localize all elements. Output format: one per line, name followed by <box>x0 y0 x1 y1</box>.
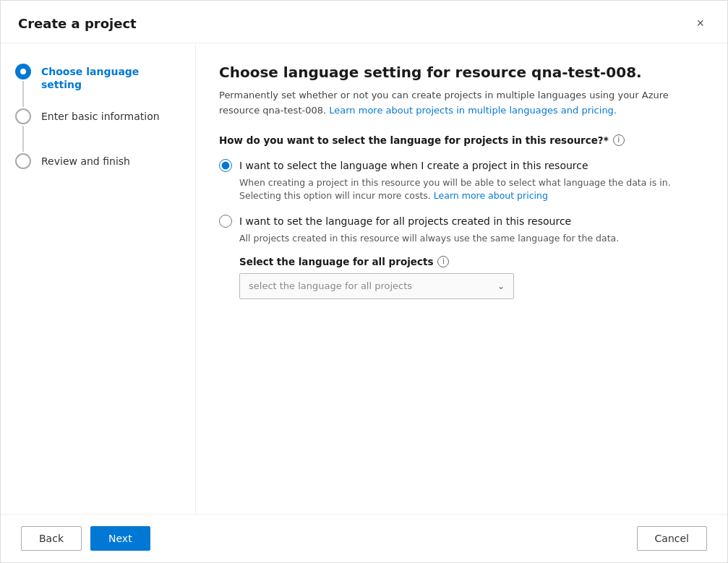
sub-section-language: Select the language for all projects i s… <box>239 256 704 299</box>
cancel-button[interactable]: Cancel <box>637 526 707 551</box>
question-label: How do you want to select the language f… <box>219 134 704 146</box>
step-label-review-finish: Review and finish <box>41 153 130 168</box>
language-dropdown[interactable]: select the language for all projects ⌄ <box>239 273 514 299</box>
chevron-down-icon: ⌄ <box>497 281 505 291</box>
next-button[interactable]: Next <box>90 526 150 551</box>
step-label-enter-basic: Enter basic information <box>41 108 160 123</box>
radio-row-2: I want to set the language for all proje… <box>219 215 704 228</box>
step-connector-2 <box>15 108 31 153</box>
step-line-2 <box>22 126 24 152</box>
step-connector-1 <box>15 64 31 108</box>
radio-label-2[interactable]: I want to set the language for all proje… <box>239 215 571 227</box>
step-label-choose-language: Choose language setting <box>41 64 181 91</box>
step-circle-3 <box>15 153 31 169</box>
back-button[interactable]: Back <box>21 526 82 551</box>
step-circle-1 <box>15 64 31 79</box>
learn-more-link-pricing[interactable]: Learn more about projects in multiple la… <box>329 105 617 116</box>
radio-group: I want to select the language when I cre… <box>219 159 704 311</box>
dialog-title: Create a project <box>18 16 137 31</box>
radio-option-2: I want to set the language for all proje… <box>219 215 704 299</box>
sub-section-label: Select the language for all projects i <box>239 256 704 267</box>
learn-more-pricing-link[interactable]: Learn more about pricing <box>434 190 548 201</box>
create-project-dialog: Create a project × Choose language setti… <box>0 0 728 563</box>
radio-label-1[interactable]: I want to select the language when I cre… <box>239 160 588 171</box>
question-info-icon: i <box>613 134 625 146</box>
sidebar: Choose language setting Enter basic info… <box>1 43 196 514</box>
dropdown-placeholder: select the language for all projects <box>249 280 412 291</box>
sub-section-info-icon: i <box>437 256 449 267</box>
radio-input-2[interactable] <box>219 215 232 228</box>
step-item-review-finish: Review and finish <box>15 153 181 169</box>
step-item-enter-basic: Enter basic information <box>15 108 181 153</box>
step-item-choose-language: Choose language setting <box>15 64 181 108</box>
radio-input-1[interactable] <box>219 159 232 172</box>
radio-option-1: I want to select the language when I cre… <box>219 159 704 204</box>
step-circle-2 <box>15 108 31 124</box>
close-button[interactable]: × <box>690 14 710 33</box>
section-title: Choose language setting for resource qna… <box>219 64 704 81</box>
radio-desc-1: When creating a project in this resource… <box>239 176 704 204</box>
footer-left-buttons: Back Next <box>21 526 150 551</box>
radio-row-1: I want to select the language when I cre… <box>219 159 704 172</box>
dialog-body: Choose language setting Enter basic info… <box>1 43 727 515</box>
dialog-footer: Back Next Cancel <box>1 515 727 562</box>
section-desc: Permanently set whether or not you can c… <box>219 88 704 119</box>
dialog-header: Create a project × <box>1 1 727 43</box>
step-line-1 <box>22 81 24 107</box>
main-content: Choose language setting for resource qna… <box>196 43 727 514</box>
radio-desc-2: All projects created in this resource wi… <box>239 232 704 246</box>
step-connector-3 <box>15 153 31 169</box>
